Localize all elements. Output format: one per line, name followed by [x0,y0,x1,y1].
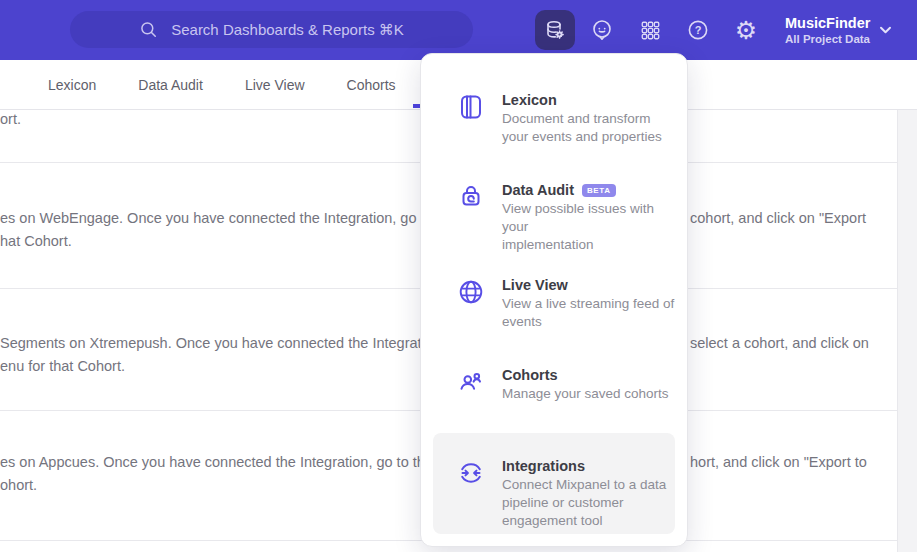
feedback-button[interactable] [582,10,622,50]
menu-item-description: View a live streaming feed of events [502,296,674,329]
project-scope: All Project Data [785,32,870,46]
top-navbar: Search Dashboards & Reports ⌘K [0,0,917,60]
menu-item-title: Cohorts [502,367,669,384]
data-management-button[interactable] [535,10,575,50]
search-placeholder: Search Dashboards & Reports ⌘K [171,21,404,39]
audit-lock-icon [457,183,485,211]
menu-item-title: Data Audit BETA [502,182,675,199]
chevron-down-icon[interactable] [879,26,892,35]
apps-grid-button[interactable] [630,10,670,50]
integration-row-text: es on Appcues. Once you have connected t… [0,451,449,474]
beta-badge: BETA [582,184,616,197]
settings-button[interactable]: ⚙ [726,10,766,50]
search-input[interactable]: Search Dashboards & Reports ⌘K [70,11,473,48]
database-gear-icon [543,18,567,42]
people-icon [457,368,485,396]
menu-item-title: Lexicon [502,92,662,109]
menu-item-title: Live View [502,277,674,294]
project-selector[interactable]: MusicFinder All Project Data [785,0,870,60]
menu-item-description: Manage your saved cohorts [502,386,669,401]
app-screen: ort. es on WebEngage. Once you have conn… [0,0,917,552]
apps-grid-icon [639,19,662,42]
tab-cohorts[interactable]: Cohorts [347,77,396,93]
scroll-gutter[interactable] [897,110,917,552]
integration-row-text: hat Cohort. [0,230,72,253]
tab-live-view[interactable]: Live View [245,77,305,93]
svg-text:?: ? [695,24,702,36]
menu-item-lexicon[interactable]: Lexicon Document and transform your even… [433,92,675,145]
feedback-smiley-icon [590,18,614,42]
menu-item-description: View possible issues with your implement… [502,201,654,252]
integration-row-text: es on WebEngage. Once you have connected… [0,207,457,230]
menu-item-description: Connect Mixpanel to a data pipeline or c… [502,477,666,528]
integration-row-text: hort, and click on "Export to [690,451,867,474]
globe-icon [457,278,485,306]
tab-data-audit[interactable]: Data Audit [138,77,203,93]
data-management-dropdown: Lexicon Document and transform your even… [420,53,688,547]
menu-item-data-audit[interactable]: Data Audit BETA View possible issues wit… [433,182,675,253]
menu-item-description: Document and transform your events and p… [502,111,662,144]
menu-item-title: Integrations [502,458,666,475]
menu-item-cohorts[interactable]: Cohorts Manage your saved cohorts [433,367,675,402]
help-icon: ? [686,18,710,42]
integration-row-text: ort. [0,108,21,131]
project-name: MusicFinder [785,14,870,32]
book-icon [457,93,485,121]
integration-row-text: ohort. [0,474,37,497]
menu-item-integrations[interactable]: Integrations Connect Mixpanel to a data … [433,458,675,529]
integration-row-text: cohort, and click on "Export [690,207,866,230]
search-icon [139,20,159,40]
menu-item-integrations-highlight[interactable]: Integrations Connect Mixpanel to a data … [433,433,675,534]
gear-icon: ⚙ [735,18,757,43]
tab-lexicon[interactable]: Lexicon [48,77,96,93]
help-button[interactable]: ? [678,10,718,50]
integration-row-text: select a cohort, and click on [690,332,869,355]
integration-row-text: enu for that Cohort. [0,355,125,378]
sync-arrows-icon [457,459,485,487]
menu-item-live-view[interactable]: Live View View a live streaming feed of … [433,277,675,330]
integration-row-text: Segments on Xtremepush. Once you have co… [0,332,445,355]
